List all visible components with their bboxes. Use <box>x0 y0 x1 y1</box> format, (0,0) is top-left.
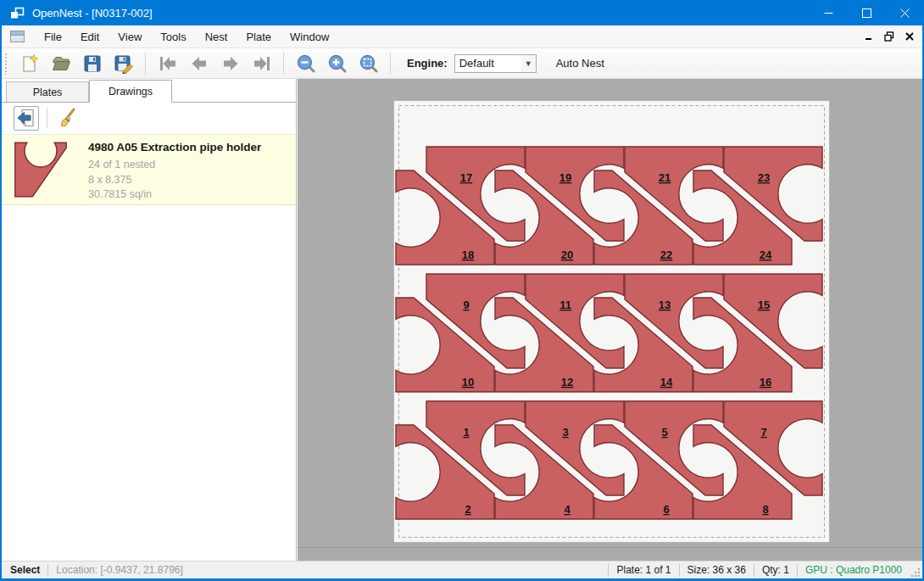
status-separator <box>754 564 754 577</box>
minimize-button[interactable] <box>810 0 848 25</box>
menu-bar: File Edit View Tools Nest Plate Window <box>2 25 922 48</box>
part-thumbnail <box>14 140 68 202</box>
document-arrow-left-icon <box>16 108 36 128</box>
tab-drawings[interactable]: Drawings <box>89 80 172 103</box>
panel-separator <box>47 108 47 128</box>
status-mode: Select <box>10 564 40 576</box>
part-number-label: 3 <box>562 426 568 439</box>
part-number-label: 17 <box>460 171 472 184</box>
status-qty: Qty: 1 <box>762 564 789 576</box>
resize-grip[interactable] <box>909 566 921 578</box>
main-toolbar: Engine: Default ▼ Auto Nest <box>2 48 922 79</box>
status-separator <box>679 564 680 577</box>
engine-value: Default <box>455 57 521 70</box>
part-number-label: 13 <box>659 299 671 311</box>
go-next-button[interactable] <box>214 50 246 77</box>
auto-nest-button[interactable]: Auto Nest <box>549 53 611 73</box>
app-icon <box>10 7 25 20</box>
save-as-button[interactable] <box>108 50 139 77</box>
mdi-document-icon <box>10 31 25 42</box>
go-previous-button[interactable] <box>183 50 214 77</box>
open-button[interactable] <box>45 50 76 77</box>
mdi-close-button[interactable] <box>902 30 917 43</box>
part-dimensions: 8 x 8.375 <box>88 173 261 188</box>
status-size: Size: 36 x 36 <box>687 564 746 576</box>
part-number-label: 23 <box>758 171 770 184</box>
menu-item-nest[interactable]: Nest <box>196 26 237 47</box>
part-number-label: 8 <box>762 503 768 516</box>
part-number-label: 2 <box>465 503 470 516</box>
status-separator <box>47 564 48 577</box>
sidebar: Plates Drawings <box>2 79 297 561</box>
go-next-icon <box>220 53 241 74</box>
status-bar: Select Location: [-0.9437, 21.8796] Plat… <box>2 561 922 578</box>
part-number-label: 15 <box>758 299 770 311</box>
toolbar-separator <box>283 53 284 75</box>
tab-plates[interactable]: Plates <box>6 81 89 102</box>
toolbar-grip[interactable] <box>4 53 8 75</box>
maximize-button[interactable] <box>848 0 886 25</box>
status-location: Location: [-0.9437, 21.8796] <box>56 564 182 576</box>
go-first-button[interactable] <box>152 50 183 77</box>
new-document-icon <box>19 53 40 74</box>
part-number-label: 22 <box>660 249 672 261</box>
engine-label: Engine: <box>407 57 448 70</box>
part-number-label: 12 <box>561 376 573 388</box>
zoom-out-button[interactable] <box>290 50 321 77</box>
part-number-label: 6 <box>663 503 669 516</box>
save-button[interactable] <box>76 50 108 77</box>
part-number-label: 5 <box>661 426 667 439</box>
plate[interactable]: 171819202122232491011121314151612345678 <box>393 100 830 543</box>
part-number-label: 18 <box>462 249 474 261</box>
close-button[interactable] <box>886 0 924 25</box>
sidebar-tabs: Plates Drawings <box>2 79 296 103</box>
zoom-in-icon <box>327 53 348 74</box>
part-nested-count: 24 of 1 nested <box>88 158 261 173</box>
go-last-icon <box>252 53 272 74</box>
application-window: OpenNest - [N0317-002] File Edit View To… <box>0 0 924 581</box>
go-previous-icon <box>189 53 209 74</box>
engine-select[interactable]: Default ▼ <box>454 54 537 73</box>
drawings-toolbar <box>2 103 296 133</box>
open-folder-icon <box>51 53 71 74</box>
part-number-label: 4 <box>564 503 571 516</box>
mdi-restore-button[interactable] <box>882 30 897 43</box>
chevron-down-icon[interactable]: ▼ <box>521 55 536 72</box>
part-number-label: 24 <box>760 249 772 261</box>
toolbar-separator <box>390 53 391 75</box>
window-title: OpenNest - [N0317-002] <box>32 7 153 20</box>
part-number-label: 10 <box>462 376 474 388</box>
status-separator <box>797 564 798 577</box>
menu-item-tools[interactable]: Tools <box>151 26 195 47</box>
save-edit-icon <box>114 53 134 74</box>
part-number-label: 19 <box>559 171 571 184</box>
new-button[interactable] <box>14 50 45 77</box>
zoom-in-button[interactable] <box>321 50 353 77</box>
part-number-label: 20 <box>561 249 573 261</box>
title-bar: OpenNest - [N0317-002] <box>0 0 924 25</box>
drawing-list-item[interactable]: 4980 A05 Extraction pipe holder 24 of 1 … <box>2 134 296 205</box>
menu-item-edit[interactable]: Edit <box>71 26 109 47</box>
import-drawing-button[interactable] <box>14 106 39 131</box>
menu-item-view[interactable]: View <box>109 26 151 47</box>
part-number-label: 16 <box>760 376 771 388</box>
broom-icon <box>58 108 78 128</box>
go-first-icon <box>158 53 178 74</box>
clean-button[interactable] <box>55 106 81 131</box>
mdi-minimize-button[interactable] <box>861 30 877 43</box>
nest-canvas[interactable]: 171819202122232491011121314151612345678 <box>298 79 922 561</box>
menu-item-window[interactable]: Window <box>281 26 338 47</box>
canvas-bottom-edge <box>298 547 922 548</box>
go-last-button[interactable] <box>246 50 277 77</box>
part-number-label: 14 <box>660 376 673 388</box>
part-number-label: 1 <box>463 426 469 439</box>
part-number-label: 21 <box>659 171 671 184</box>
nested-parts-group: 171819202122232491011121314151612345678 <box>396 147 822 519</box>
zoom-out-icon <box>296 53 316 74</box>
nest-svg: 171819202122232491011121314151612345678 <box>394 101 829 542</box>
part-number-label: 11 <box>559 299 571 311</box>
zoom-fit-button[interactable] <box>353 50 384 77</box>
zoom-fit-icon <box>359 53 379 74</box>
menu-item-file[interactable]: File <box>35 26 71 47</box>
menu-item-plate[interactable]: Plate <box>237 26 281 47</box>
